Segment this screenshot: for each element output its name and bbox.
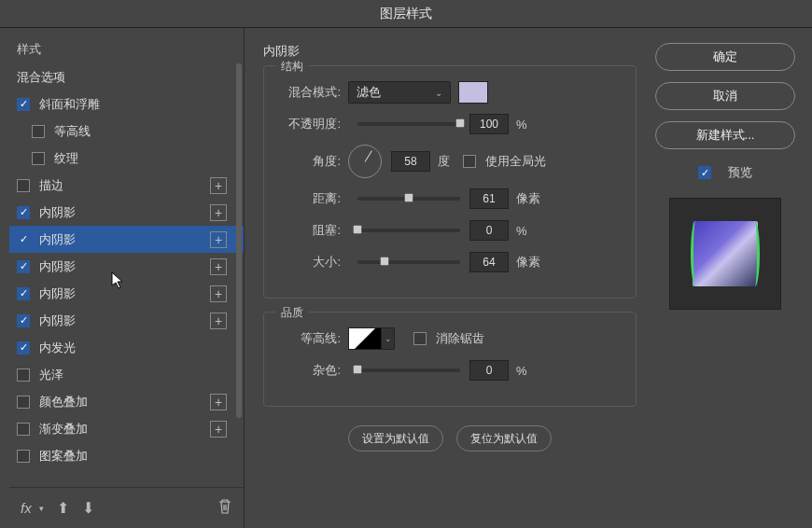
- dialog-body: 样式 混合选项 斜面和浮雕等高线纹理描边+内阴影+内阴影+内阴影+内阴影+内阴影…: [0, 28, 812, 528]
- sidebar-item-10[interactable]: 光泽: [9, 361, 244, 388]
- make-default-button[interactable]: 设置为默认值: [348, 425, 443, 452]
- bottom-toolbar: fx ▾ ⬆ ⬇: [9, 487, 244, 528]
- sidebar-item-7[interactable]: 内阴影+: [9, 280, 244, 307]
- size-label: 大小:: [279, 254, 341, 271]
- style-checkbox[interactable]: [17, 260, 30, 273]
- new-style-button[interactable]: 新建样式...: [655, 121, 795, 149]
- preview-label: 预览: [728, 164, 752, 181]
- distance-unit: 像素: [516, 190, 540, 207]
- contour-dropdown[interactable]: ⌄: [382, 327, 395, 350]
- sidebar-item-13[interactable]: 图案叠加: [9, 442, 244, 469]
- slider-thumb[interactable]: [453, 116, 469, 132]
- sidebar-item-4[interactable]: 内阴影+: [9, 199, 244, 226]
- distance-slider[interactable]: [357, 197, 460, 201]
- fx-dropdown-icon[interactable]: ▾: [39, 504, 44, 513]
- style-checkbox[interactable]: [32, 152, 45, 165]
- noise-slider[interactable]: [357, 368, 460, 372]
- quality-legend: 品质: [275, 305, 309, 321]
- style-checkbox[interactable]: [17, 233, 30, 246]
- add-effect-icon[interactable]: +: [210, 394, 227, 410]
- add-effect-icon[interactable]: +: [210, 258, 227, 275]
- sidebar-item-6[interactable]: 内阴影+: [9, 253, 244, 280]
- style-checkbox[interactable]: [17, 179, 30, 192]
- size-input[interactable]: [469, 252, 509, 272]
- sidebar-item-12[interactable]: 渐变叠加+: [9, 415, 244, 442]
- angle-unit: 度: [438, 153, 450, 170]
- contour-swatch[interactable]: [348, 327, 382, 350]
- preview-box: [669, 198, 781, 310]
- opacity-slider[interactable]: [357, 122, 460, 126]
- structure-legend: 结构: [275, 59, 309, 75]
- style-checkbox[interactable]: [17, 98, 30, 111]
- style-checkbox[interactable]: [17, 396, 30, 409]
- sidebar-item-8[interactable]: 内阴影+: [9, 307, 244, 334]
- style-checkbox[interactable]: [17, 450, 30, 463]
- noise-input[interactable]: [469, 360, 509, 381]
- slider-thumb[interactable]: [376, 254, 392, 270]
- choke-slider[interactable]: [357, 229, 460, 232]
- sidebar-item-1[interactable]: 等高线: [9, 118, 244, 145]
- style-checkbox[interactable]: [17, 314, 30, 327]
- move-up-icon[interactable]: ⬆: [57, 499, 69, 517]
- add-effect-icon[interactable]: +: [210, 231, 227, 248]
- add-effect-icon[interactable]: +: [210, 204, 227, 221]
- sidebar-item-0[interactable]: 斜面和浮雕: [9, 90, 244, 118]
- chevron-down-icon: ⌄: [435, 88, 442, 98]
- slider-thumb[interactable]: [350, 362, 366, 378]
- sidebar-item-3[interactable]: 描边+: [9, 172, 244, 199]
- style-checkbox[interactable]: [32, 125, 45, 138]
- sidebar-item-2[interactable]: 纹理: [9, 145, 244, 172]
- sidebar-item-5[interactable]: 内阴影+: [9, 226, 244, 253]
- angle-input[interactable]: [391, 151, 430, 172]
- add-effect-icon[interactable]: +: [210, 421, 227, 438]
- ok-button[interactable]: 确定: [655, 43, 795, 71]
- size-slider[interactable]: [357, 260, 460, 264]
- default-buttons-row: 设置为默认值 复位为默认值: [263, 425, 637, 452]
- choke-input[interactable]: [469, 220, 509, 241]
- trash-icon[interactable]: [217, 498, 232, 518]
- add-effect-icon[interactable]: +: [210, 177, 227, 194]
- style-label: 渐变叠加: [39, 421, 210, 438]
- slider-thumb[interactable]: [401, 190, 417, 206]
- choke-row: 阻塞: %: [279, 219, 621, 242]
- scrollbar-thumb[interactable]: [236, 63, 242, 418]
- style-checkbox[interactable]: [17, 206, 30, 219]
- styles-header: 样式: [9, 35, 244, 63]
- angle-dial[interactable]: [348, 145, 382, 178]
- right-panel: 确定 取消 新建样式... 预览: [655, 28, 812, 528]
- angle-row: 角度: 度 使用全局光: [279, 145, 621, 178]
- style-checkbox[interactable]: [17, 287, 30, 300]
- preview-checkbox[interactable]: [698, 166, 711, 179]
- add-effect-icon[interactable]: +: [210, 313, 227, 329]
- style-checkbox[interactable]: [17, 341, 30, 354]
- quality-fieldset: 品质 等高线: ⌄ 消除锯齿 杂色: %: [263, 312, 637, 407]
- opacity-input[interactable]: [469, 114, 509, 134]
- reset-default-button[interactable]: 复位为默认值: [456, 425, 552, 452]
- global-light-checkbox[interactable]: [463, 155, 476, 168]
- distance-input[interactable]: [469, 188, 509, 209]
- noise-unit: %: [516, 364, 527, 378]
- noise-row: 杂色: %: [279, 359, 621, 382]
- style-label: 纹理: [54, 150, 236, 167]
- style-label: 光泽: [39, 367, 236, 383]
- style-checkbox[interactable]: [17, 423, 30, 436]
- sidebar-item-9[interactable]: 内发光: [9, 334, 244, 361]
- slider-thumb[interactable]: [350, 222, 366, 238]
- move-down-icon[interactable]: ⬇: [82, 499, 94, 517]
- blend-mode-dropdown[interactable]: 滤色 ⌄: [348, 81, 451, 104]
- style-label: 斜面和浮雕: [39, 96, 236, 113]
- titlebar: 图层样式: [0, 0, 812, 28]
- styles-list: 混合选项 斜面和浮雕等高线纹理描边+内阴影+内阴影+内阴影+内阴影+内阴影+内发…: [9, 63, 244, 487]
- style-checkbox[interactable]: [17, 368, 30, 382]
- style-label: 内阴影: [39, 231, 210, 248]
- sidebar-item-11[interactable]: 颜色叠加+: [9, 388, 244, 415]
- add-effect-icon[interactable]: +: [210, 285, 227, 302]
- distance-label: 距离:: [279, 190, 341, 207]
- fx-icon[interactable]: fx: [21, 500, 32, 516]
- cancel-button[interactable]: 取消: [655, 82, 795, 110]
- blend-mode-label: 混合模式:: [279, 84, 341, 101]
- antialias-checkbox[interactable]: [413, 332, 427, 345]
- style-label: 内阴影: [39, 204, 210, 221]
- color-swatch[interactable]: [458, 81, 488, 104]
- sidebar-blending-options[interactable]: 混合选项: [9, 63, 244, 90]
